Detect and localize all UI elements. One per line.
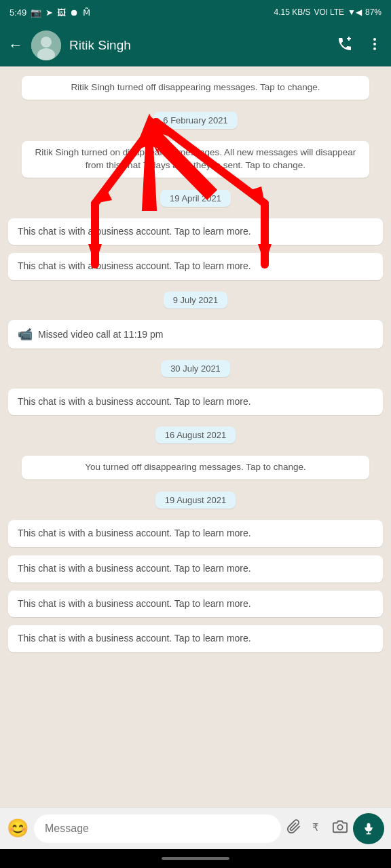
navigation-icon: ➤ [45,7,53,18]
date-separator: 19 April 2021 [8,190,383,207]
back-button[interactable]: ← [8,37,23,54]
business-message[interactable]: This chat is with a business account. Ta… [8,555,383,583]
input-action-icons: ₹ [286,819,348,838]
attach-icon[interactable] [286,819,301,838]
svg-point-4 [373,43,376,45]
nav-bar [0,849,391,868]
contact-name: Ritik Singh [69,38,329,53]
time-display: 5:49 [10,7,26,18]
instagram-icon: 📷 [31,7,41,18]
rupee-icon[interactable]: ₹ [310,819,324,838]
record-icon: ⏺ [70,7,79,18]
nav-indicator [162,857,229,860]
svg-text:₹: ₹ [312,822,319,833]
date-separator: 6 February 2021 [8,112,383,129]
battery-level: 87% [365,7,381,17]
message-input[interactable] [34,814,281,843]
input-bar: 😊 ₹ [0,807,391,849]
date-badge: 19 August 2021 [155,492,236,509]
emoji-button[interactable]: 😊 [7,818,29,839]
date-separator: 30 July 2021 [8,360,383,377]
svg-point-1 [41,37,52,47]
mic-button[interactable] [353,813,384,844]
call-text: Missed video call at 11:19 pm [38,329,163,340]
signal-icon: ▼◀ [348,7,362,17]
svg-point-5 [373,47,376,50]
status-indicators: 4.15 KB/S VOl LTE ▼◀ 87% [274,7,381,17]
missed-call-icon: 📹 [18,327,33,342]
more-options-icon[interactable] [367,36,383,56]
chat-area: Ritik Singh turned off disappearing mess… [0,66,391,807]
business-message[interactable]: This chat is with a business account. Ta… [8,625,383,652]
call-add-icon[interactable] [337,36,353,56]
status-time: 5:49 📷 ➤ 🖼 ⏺ M̃ [10,7,90,18]
date-badge: 16 August 2021 [155,427,236,443]
date-badge: 9 July 2021 [164,292,228,309]
header-actions [337,36,383,56]
avatar[interactable] [31,31,61,60]
date-separator: 19 August 2021 [8,492,383,509]
system-message[interactable]: Ritik Singh turned off disappearing mess… [22,76,369,100]
chat-header: ← Ritik Singh [0,24,391,66]
date-separator: 9 July 2021 [8,292,383,309]
status-bar: 5:49 📷 ➤ 🖼 ⏺ M̃ 4.15 KB/S VOl LTE ▼◀ 87% [0,0,391,24]
date-badge: 19 April 2021 [160,190,231,207]
lte-icon: VOl LTE [314,7,344,17]
call-message[interactable]: 📹Missed video call at 11:19 pm [8,320,383,349]
image-icon: 🖼 [57,7,66,18]
svg-point-17 [337,825,342,829]
contact-info[interactable]: Ritik Singh [69,38,329,53]
svg-point-3 [373,38,376,41]
network-speed: 4.15 KB/S [274,7,311,17]
business-message[interactable]: This chat is with a business account. Ta… [8,218,383,245]
system-message[interactable]: You turned off disappearing messages. Ta… [22,456,369,479]
system-message[interactable]: Ritik Singh turned on disappearing messa… [22,141,369,178]
camera-icon[interactable] [333,819,348,838]
business-message[interactable]: This chat is with a business account. Ta… [8,591,383,618]
date-separator: 16 August 2021 [8,427,383,443]
business-message[interactable]: This chat is with a business account. Ta… [8,520,383,547]
business-message[interactable]: This chat is with a business account. Ta… [8,389,383,416]
business-message[interactable]: This chat is with a business account. Ta… [8,253,383,280]
date-badge: 30 July 2021 [161,360,230,377]
date-badge: 6 February 2021 [153,112,237,129]
mail-icon: M̃ [83,7,90,18]
